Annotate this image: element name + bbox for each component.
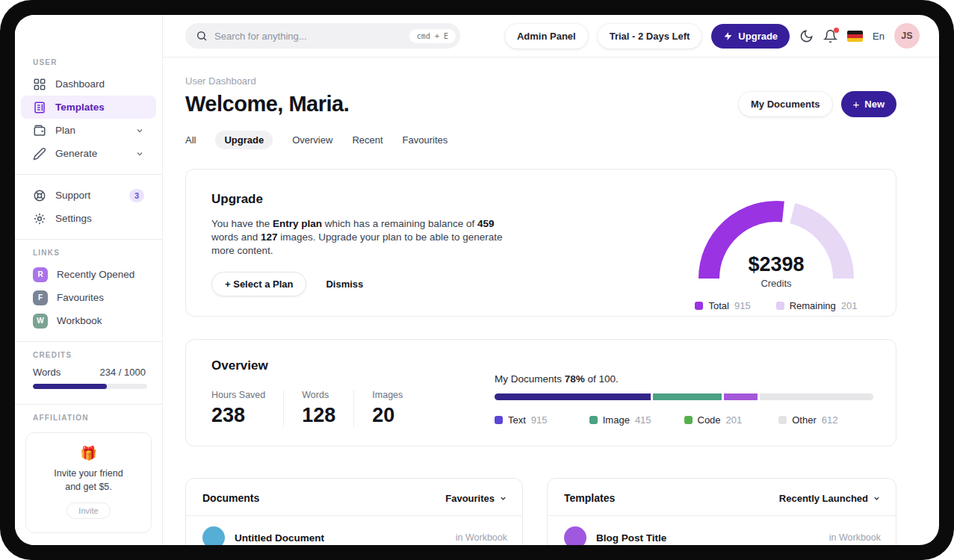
pencil-icon [33, 147, 46, 161]
sidebar-link-recently-opened[interactable]: R Recently Opened [21, 263, 156, 286]
lifebuoy-icon [33, 189, 46, 202]
stat-value: 238 [211, 404, 265, 427]
credits-progress-fill [33, 384, 107, 389]
sidebar-item-label: Dashboard [55, 78, 105, 90]
legend-item-remaining: Remaining 201 [776, 300, 858, 311]
sidebar-item-label: Recently Opened [57, 269, 134, 280]
overview-left: Overview Hours Saved 238 Words 128 [211, 358, 469, 446]
document-list-item[interactable]: Untitled Document in Workbook [186, 516, 522, 545]
lightning-bolt-icon [723, 31, 733, 41]
search-shortcut-badge: cmd + E [409, 29, 456, 43]
legend-item-total: Total 915 [695, 300, 750, 311]
credits-row: Words 234 / 1000 [15, 365, 162, 384]
legend-value: 915 [734, 300, 751, 311]
sidebar-item-label: Favourites [57, 292, 104, 303]
sidebar: USER Dashboard Templates Plan [15, 15, 163, 545]
tab-favourites[interactable]: Favourites [403, 131, 448, 149]
sidebar-item-plan[interactable]: Plan [21, 119, 156, 142]
sidebar-section-user: USER [15, 58, 162, 72]
sidebar-item-label: Plan [55, 125, 75, 136]
upgrade-card-title: Upgrade [211, 192, 510, 207]
documents-card: Documents Favourites Untitled Document [185, 478, 523, 545]
sidebar-item-dashboard[interactable]: Dashboard [21, 72, 156, 96]
body-text: You have the [211, 218, 273, 229]
admin-panel-button[interactable]: Admin Panel [505, 24, 588, 49]
plan-name: Entry plan [273, 218, 322, 229]
legend-value: 201 [726, 414, 743, 426]
new-button[interactable]: + New [841, 91, 897, 117]
upgrade-card: Upgrade You have the Entry plan which ha… [185, 169, 896, 317]
documents-card-header: Documents Favourites [186, 479, 522, 516]
german-flag-icon[interactable] [847, 31, 863, 42]
legend-value: 915 [531, 414, 548, 426]
sidebar-link-workbook[interactable]: W Workbook [21, 309, 156, 332]
legend-value: 201 [841, 300, 858, 311]
overview-legend: Text915Image415Code201Other612 [495, 414, 873, 426]
templates-card: Templates Recently Launched Blog Post Ti… [547, 478, 896, 545]
tab-upgrade[interactable]: Upgrade [215, 131, 273, 149]
tab-all[interactable]: All [185, 131, 196, 149]
tab-overview[interactable]: Overview [292, 131, 332, 149]
upgrade-card-body: You have the Entry plan which has a rema… [211, 217, 510, 258]
gauge-legend-swatch [776, 302, 784, 310]
chevron-down-icon [499, 494, 507, 503]
legend-item-image: Image415 [589, 414, 684, 426]
stat-label: Hours Saved [211, 390, 265, 400]
bar-segment-image [653, 393, 722, 400]
legend-label: Code [698, 414, 721, 426]
sidebar-divider [15, 341, 162, 342]
stat-value: 20 [372, 404, 403, 427]
sidebar-item-settings[interactable]: Settings [21, 207, 156, 230]
user-avatar[interactable]: JS [894, 23, 920, 49]
caption-percent: 78% [565, 373, 585, 385]
trial-badge[interactable]: Trial - 2 Days Left [598, 24, 702, 49]
search-icon [196, 30, 208, 42]
sidebar-item-label: Settings [55, 213, 92, 224]
legend-item-text: Text915 [495, 414, 589, 426]
sidebar-item-support[interactable]: Support 3 [21, 184, 156, 207]
legend-item-code: Code201 [684, 414, 779, 426]
overview-card: Overview Hours Saved 238 Words 128 [185, 339, 896, 447]
document-location: in Workbook [456, 532, 507, 543]
notifications-bell-icon[interactable] [823, 29, 837, 43]
sidebar-item-generate[interactable]: Generate [21, 142, 156, 165]
upgrade-button[interactable]: Upgrade [711, 24, 790, 49]
stacked-progress-bar [495, 393, 873, 400]
document-title: Untitled Document [235, 532, 324, 544]
tab-recent[interactable]: Recent [352, 131, 382, 149]
link-badge: R [33, 267, 48, 282]
sidebar-item-label: Workbook [57, 315, 102, 326]
stat-images: Images 20 [353, 390, 421, 427]
legend-swatch [684, 416, 693, 424]
body-text: which has a remaining balance of [322, 218, 477, 229]
language-selector[interactable]: En [873, 31, 885, 42]
overview-stats: Hours Saved 238 Words 128 Images 20 [211, 390, 469, 427]
template-location: in Workbook [829, 532, 881, 543]
templates-filter-dropdown[interactable]: Recently Launched [779, 493, 881, 504]
overview-title: Overview [211, 358, 469, 373]
dark-mode-moon-icon[interactable] [799, 29, 814, 43]
app-window: USER Dashboard Templates Plan [15, 15, 939, 545]
sidebar-link-favourites[interactable]: F Favourites [21, 286, 156, 309]
sidebar-item-label: Support [55, 190, 90, 201]
sidebar-item-templates[interactable]: Templates [21, 96, 156, 119]
upgrade-card-left: Upgrade You have the Entry plan which ha… [211, 192, 510, 316]
credits-progress-track [33, 384, 147, 389]
select-plan-button[interactable]: + Select a Plan [211, 272, 306, 296]
legend-swatch [589, 416, 598, 424]
words-balance: 459 [477, 218, 495, 229]
content: User Dashboard Welcome, Maria. My Docume… [163, 57, 939, 545]
credits-amount: $2398 [690, 253, 862, 276]
invite-button[interactable]: Invite [66, 503, 110, 519]
stat-label: Images [372, 390, 403, 400]
search-input[interactable]: Search for anything... cmd + E [185, 23, 460, 49]
documents-card-title: Documents [202, 492, 259, 504]
wallet-icon [33, 124, 46, 137]
overview-right: My Documents 78% of 100. Text915Image415… [495, 358, 873, 446]
stat-value: 128 [302, 404, 335, 427]
bar-segment-code [724, 393, 758, 400]
my-documents-button[interactable]: My Documents [739, 92, 831, 116]
template-list-item[interactable]: Blog Post Title in Workbook [548, 516, 896, 545]
documents-filter-dropdown[interactable]: Favourites [445, 493, 507, 504]
dismiss-button[interactable]: Dismiss [326, 279, 363, 290]
